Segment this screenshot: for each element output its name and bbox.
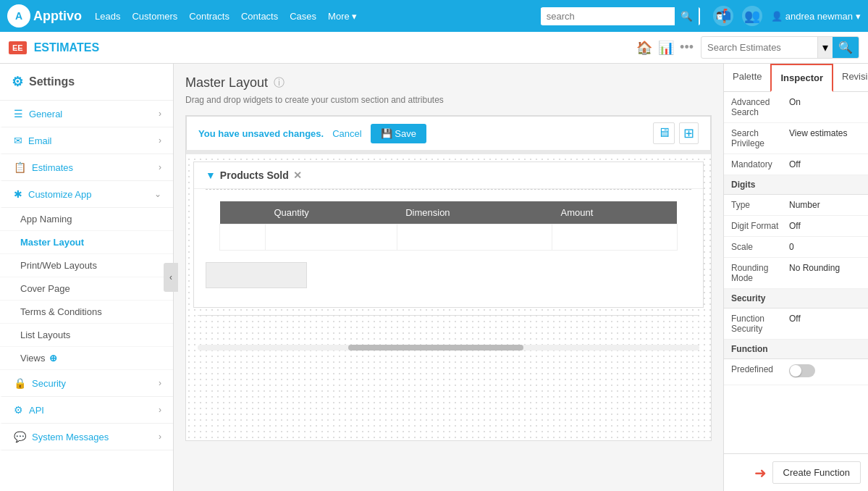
logo[interactable]: A Apptivo: [7, 4, 82, 28]
collapse-panel-button[interactable]: ‹: [164, 263, 178, 292]
section-remove-icon[interactable]: ✕: [293, 169, 302, 181]
section-header: ▼ Products Sold ✕: [194, 162, 703, 189]
sidebar: ⚙ Settings ☰ General › ✉ Email › 📋 Estim…: [0, 64, 174, 491]
bar-icons: 🏠 📊 •••: [636, 40, 694, 56]
sidebar-label-general: General: [29, 109, 62, 119]
logo-text: Apptivo: [33, 9, 82, 24]
global-search-input[interactable]: [541, 8, 675, 25]
general-chevron-icon: ›: [159, 109, 161, 119]
horizontal-scrollbar[interactable]: [198, 345, 699, 351]
sidebar-item-estimates[interactable]: 📋 Estimates ›: [0, 154, 173, 181]
prop-label-type: Type: [731, 200, 789, 210]
desktop-view-icon[interactable]: 🖥: [653, 122, 675, 144]
sidebar-item-general[interactable]: ☰ General ›: [0, 101, 173, 127]
settings-gear-icon: ⚙: [12, 74, 23, 90]
editor-top-border: [186, 150, 711, 154]
section-digits: Digits: [724, 175, 868, 195]
prop-label-mandatory: Mandatory: [731, 159, 789, 169]
tab-inspector[interactable]: Inspector: [770, 64, 833, 92]
section-collapse-icon[interactable]: ▼: [206, 169, 216, 181]
nav-contracts[interactable]: Contracts: [189, 11, 229, 22]
add-view-icon[interactable]: ⊕: [49, 353, 57, 364]
security-icon: 🔒: [14, 377, 26, 389]
arrow-indicator-icon: ➜: [754, 464, 767, 482]
notifications-icon[interactable]: 📬: [713, 6, 733, 26]
col-header-quantity: Quantity: [265, 201, 397, 224]
prop-val-digit-format: Off: [789, 221, 801, 231]
nav-leads[interactable]: Leads: [95, 11, 120, 22]
section-function: Function: [724, 340, 868, 359]
toggle-knob: [790, 365, 801, 377]
prop-digit-format: Digit Format Off: [724, 216, 868, 237]
tab-revisions[interactable]: Revisions: [833, 64, 868, 91]
settings-label: Settings: [29, 75, 75, 88]
text-widget-placeholder: [206, 262, 307, 288]
sidebar-item-security[interactable]: 🔒 Security ›: [0, 370, 173, 397]
prop-val-type: Number: [789, 200, 820, 210]
sub-item-views[interactable]: Views ⊕: [0, 347, 173, 370]
cancel-button[interactable]: Cancel: [332, 128, 361, 139]
page-subtitle: Drag and drop widgets to create your cus…: [185, 95, 712, 105]
apps-icon[interactable]: 👥: [742, 6, 762, 26]
main-layout: ⚙ Settings ☰ General › ✉ Email › 📋 Estim…: [0, 64, 868, 491]
tab-palette[interactable]: Palette: [724, 64, 770, 91]
predefined-toggle[interactable]: [789, 364, 815, 377]
prop-label-advanced-search: Advanced Search: [731, 97, 789, 117]
table-cell: [397, 224, 552, 251]
app-icon: EE: [9, 41, 27, 54]
prop-advanced-search: Advanced Search On: [724, 92, 868, 123]
estimates-bar: EE ESTIMATES 🏠 📊 ••• ▾ 🔍: [0, 32, 868, 64]
table-row: [220, 224, 678, 251]
estimates-search-dropdown[interactable]: ▾: [817, 37, 833, 58]
create-function-button[interactable]: Create Function: [772, 461, 861, 484]
grid-view-icon[interactable]: ⊞: [679, 122, 699, 144]
sub-item-print-layouts[interactable]: Print/Web Layouts: [0, 254, 173, 277]
user-menu[interactable]: 👤 andrea newman ▾: [771, 11, 861, 22]
customize-icon: ✱: [14, 188, 22, 200]
prop-val-rounding-mode: No Rounding: [789, 263, 840, 283]
api-icon: ⚙: [14, 404, 23, 416]
nav-customers[interactable]: Customers: [132, 11, 177, 22]
right-panel: Palette Inspector Revisions Advanced Sea…: [723, 64, 868, 491]
sidebar-label-email: Email: [28, 135, 52, 146]
prop-label-digit-format: Digit Format: [731, 221, 789, 231]
table-cell: [265, 224, 397, 251]
bottom-spacer: [186, 323, 711, 345]
nav-cases[interactable]: Cases: [290, 11, 316, 22]
layout-view-icons: 🖥 ⊞: [653, 122, 699, 144]
table-cell: [220, 224, 266, 251]
sidebar-item-system-messages[interactable]: 💬 System Messages ›: [0, 424, 173, 450]
user-avatar: 👤: [771, 11, 783, 22]
prop-val-predefined[interactable]: [789, 364, 815, 379]
sidebar-item-customize-app[interactable]: ✱ Customize App ⌄: [0, 181, 173, 208]
sidebar-item-api[interactable]: ⚙ API ›: [0, 397, 173, 424]
sub-item-cover-page[interactable]: Cover Page: [0, 277, 173, 301]
nav-contacts[interactable]: Contacts: [241, 11, 278, 22]
sidebar-label-security: Security: [32, 378, 66, 389]
sub-item-app-naming[interactable]: App Naming: [0, 208, 173, 231]
right-panel-tabs: Palette Inspector Revisions: [724, 64, 868, 92]
save-button[interactable]: 💾 Save: [371, 124, 426, 143]
prop-type: Type Number: [724, 195, 868, 216]
inspector-content: Advanced Search On Search Privilege View…: [724, 92, 868, 453]
prop-scale: Scale 0: [724, 237, 868, 258]
create-function-bar: ➜ Create Function: [724, 453, 868, 491]
unsaved-bar: You have unsaved changes. Cancel 💾 Save …: [186, 116, 711, 150]
estimates-search-input[interactable]: [701, 38, 817, 56]
home-icon[interactable]: 🏠: [636, 40, 652, 56]
estimates-search-go[interactable]: 🔍: [833, 37, 859, 58]
sub-item-master-layout[interactable]: Master Layout: [0, 231, 173, 254]
prop-label-predefined: Predefined: [731, 364, 789, 379]
app-title: ESTIMATES: [34, 41, 99, 54]
content-inner: Master Layout ⓘ Drag and drop widgets to…: [174, 64, 723, 491]
more-options-icon[interactable]: •••: [680, 40, 694, 55]
editor-area: You have unsaved changes. Cancel 💾 Save …: [185, 115, 712, 441]
info-icon[interactable]: ⓘ: [274, 76, 285, 90]
sub-item-list-layouts[interactable]: List Layouts: [0, 324, 173, 347]
sidebar-item-email[interactable]: ✉ Email ›: [0, 127, 173, 154]
nav-more[interactable]: More ▾: [328, 11, 357, 22]
col-header-amount: Amount: [552, 201, 678, 224]
chart-icon[interactable]: 📊: [658, 40, 674, 56]
global-search-button[interactable]: 🔍: [675, 7, 699, 25]
sub-item-terms[interactable]: Terms & Conditions: [0, 301, 173, 324]
